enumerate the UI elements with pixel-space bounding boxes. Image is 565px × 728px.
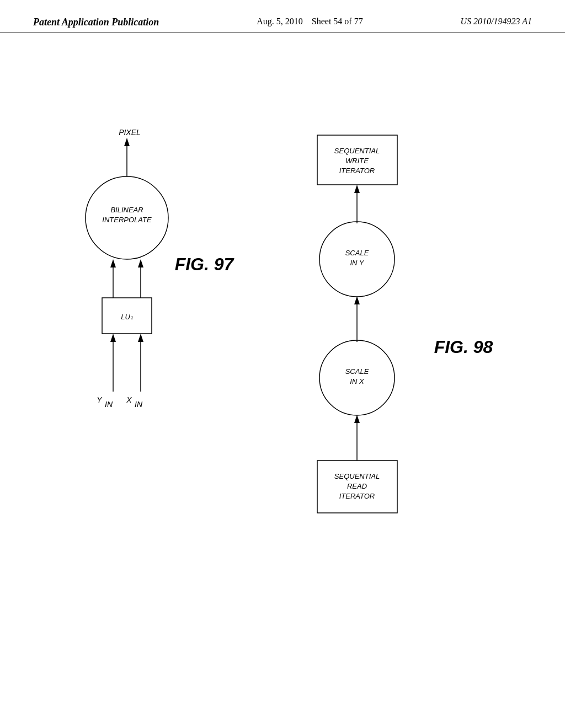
lu1-label: LU₁: [121, 313, 133, 321]
svg-marker-15: [354, 415, 360, 423]
publication-date: Aug. 5, 2010: [257, 17, 303, 26]
diagram-area: PIXEL BILINEAR INTERPOLATE LU₁ Y IN: [0, 33, 565, 717]
svg-marker-9: [138, 334, 143, 342]
xin-label: X: [126, 395, 132, 404]
fig97-label: FIG. 97: [175, 254, 235, 274]
publication-number: US 2010/194923 A1: [461, 17, 532, 26]
publication-title: Patent Application Publication: [33, 17, 159, 28]
seq-read-label-3: ITERATOR: [339, 492, 375, 500]
bilinear-label-1: BILINEAR: [110, 206, 143, 214]
fig98-label: FIG. 98: [434, 337, 493, 357]
scale-x-label-2: IN X: [350, 377, 365, 386]
page-header: Patent Application Publication Aug. 5, 2…: [0, 0, 565, 33]
svg-marker-11: [354, 185, 360, 193]
seq-write-label-3: ITERATOR: [339, 167, 375, 175]
scale-y-label-2: IN Y: [350, 259, 364, 267]
pixel-label: PIXEL: [119, 128, 141, 137]
bilinear-label-2: INTERPOLATE: [102, 216, 152, 224]
seq-write-label-1: SEQUENTIAL: [334, 147, 380, 155]
yin-subscript: IN: [105, 400, 113, 409]
seq-read-label-1: SEQUENTIAL: [334, 472, 380, 480]
seq-read-label-2: READ: [347, 482, 367, 490]
seq-write-label-2: WRITE: [345, 157, 369, 165]
svg-marker-5: [138, 259, 143, 267]
svg-marker-1: [124, 138, 130, 146]
sheet-number: Sheet 54 of 77: [312, 17, 363, 26]
svg-marker-7: [110, 334, 116, 342]
scale-y-label-1: SCALE: [345, 249, 369, 257]
xin-subscript: IN: [135, 400, 143, 409]
scale-x-label-1: SCALE: [345, 367, 369, 376]
svg-marker-13: [354, 296, 360, 304]
yin-label: Y: [97, 395, 103, 404]
header-date-sheet: Aug. 5, 2010 Sheet 54 of 77: [257, 17, 363, 26]
svg-marker-3: [110, 259, 116, 267]
